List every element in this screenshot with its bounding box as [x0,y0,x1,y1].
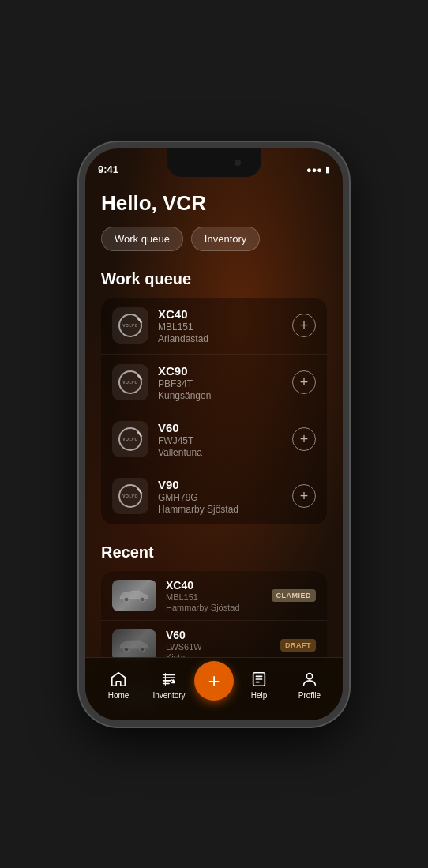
car-plate: FWJ45T [158,435,283,446]
inventory-icon [160,670,178,689]
help-icon [250,670,268,689]
list-item[interactable]: XC40 MBL151 Hammarby Sjöstad CLAMIED [101,571,327,621]
car-info: XC40 MBL151 Arlandastad [158,307,283,344]
recent-model: V60 [166,629,271,641]
add-button[interactable]: + [292,370,316,394]
tab-profile[interactable]: Profile [284,670,335,700]
add-button[interactable]: + [292,314,316,337]
home-icon [109,670,128,689]
car-plate: PBF34T [158,378,283,389]
notch [167,148,261,177]
svg-point-1 [140,597,145,602]
tab-bar: Home Inventory + [85,657,343,720]
car-logo-v60: VOLVO [112,421,148,457]
status-time: 9:41 [98,163,118,175]
table-row[interactable]: VOLVO V60 FWJ45T Vallentuna + [101,411,327,468]
car-shape-icon [117,636,152,655]
recent-plate: MBL151 [166,592,262,602]
car-logo-v90: VOLVO [112,478,148,514]
car-location: Arlandastad [158,333,283,344]
status-badge: DRAFT [280,639,316,652]
add-icon: + [208,671,220,691]
recent-plate: LWS61W [166,642,271,652]
work-queue-list: VOLVO XC40 MBL151 Arlandastad + VOLVO [101,298,327,524]
car-info: V90 GMH79G Hammarby Sjöstad [158,478,283,515]
signal-icon: ●●● [306,165,322,175]
add-button[interactable]: + [292,484,316,508]
table-row[interactable]: VOLVO XC40 MBL151 Arlandastad + [101,298,327,355]
battery-icon: ▮ [325,164,330,175]
car-model: XC40 [158,307,283,321]
table-row[interactable]: VOLVO XC90 PBF34T Kungsängen + [101,355,327,411]
volvo-text: VOLVO [122,494,138,498]
volvo-logo: VOLVO [118,314,142,337]
screen-content: 9:41 ●●● ▮ Hello, VCR Work queue Invento… [85,148,343,720]
status-badge: CLAMIED [272,589,317,602]
car-info: V60 FWJ45T Vallentuna [158,421,283,458]
volvo-logo: VOLVO [118,427,142,451]
car-location: Hammarby Sjöstad [158,504,283,515]
car-thumbnail-v60 [112,629,156,661]
car-model: V90 [158,478,283,491]
car-model: V60 [158,421,283,434]
tab-help[interactable]: Help [234,670,284,700]
work-queue-title: Work queue [101,270,327,288]
recent-location: Hammarby Sjöstad [166,603,262,612]
car-thumbnail-xc40 [112,580,156,611]
svg-point-3 [140,647,145,652]
profile-tab-label: Profile [298,691,321,700]
status-icons: ●●● ▮ [306,164,330,175]
svg-point-2 [124,647,129,652]
car-shape-icon [117,586,152,605]
greeting-text: Hello, VCR [101,191,327,216]
add-tab-button[interactable]: + [194,661,234,701]
volvo-text: VOLVO [122,380,138,385]
inventory-quick-btn[interactable]: Inventory [191,227,260,251]
home-tab-label: Home [108,691,130,700]
svg-point-14 [306,674,312,679]
add-button[interactable]: + [292,427,316,451]
tab-home[interactable]: Home [93,670,144,700]
car-plate: MBL151 [158,321,283,333]
volvo-logo: VOLVO [118,370,142,394]
tab-inventory[interactable]: Inventory [144,670,194,700]
car-model: XC90 [158,364,283,378]
table-row[interactable]: VOLVO V90 GMH79G Hammarby Sjöstad + [101,468,327,524]
help-tab-label: Help [251,691,268,700]
work-queue-quick-btn[interactable]: Work queue [101,227,183,251]
camera [235,160,241,166]
volvo-logo: VOLVO [118,484,142,508]
car-plate: GMH79G [158,492,283,503]
recent-title: Recent [101,543,327,562]
volvo-text: VOLVO [122,323,138,328]
recent-car-info: XC40 MBL151 Hammarby Sjöstad [166,579,262,612]
car-logo-xc90: VOLVO [112,364,148,400]
svg-point-0 [124,597,129,602]
phone-frame: 9:41 ●●● ▮ Hello, VCR Work queue Invento… [79,142,349,727]
car-location: Kungsängen [158,390,283,401]
car-logo-xc40: VOLVO [112,307,148,344]
car-info: XC90 PBF34T Kungsängen [158,364,283,401]
car-location: Vallentuna [158,447,283,458]
quick-buttons: Work queue Inventory [101,227,327,251]
volvo-text: VOLVO [122,437,138,442]
inventory-tab-label: Inventory [152,691,185,700]
recent-model: XC40 [166,579,262,592]
profile-icon [300,670,319,689]
